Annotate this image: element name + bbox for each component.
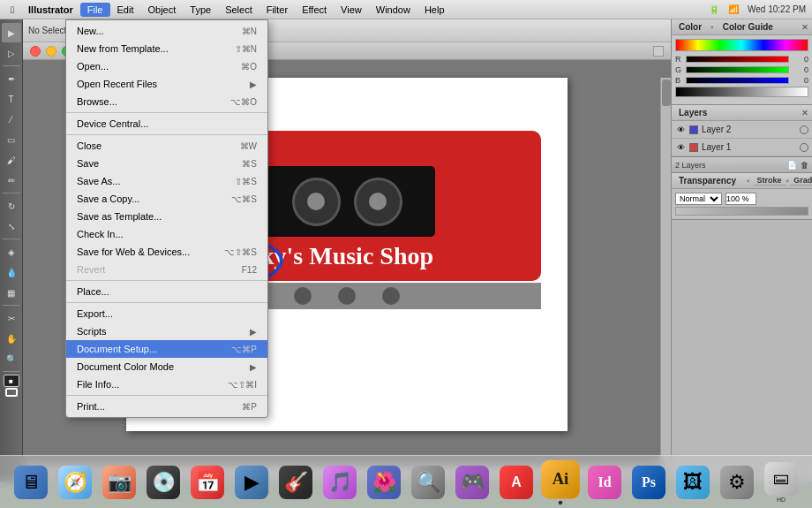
dock-indesign[interactable]: Id bbox=[584, 462, 625, 503]
dock-garageband[interactable]: 🎸 bbox=[275, 462, 316, 503]
menu-device-central[interactable]: Device Central... bbox=[66, 115, 267, 133]
dock-guitar[interactable]: 🎮 bbox=[452, 462, 492, 503]
transparency-panel-section: Transparency ▪ Stroke ▪ Gradient ✕ Norma… bbox=[672, 173, 812, 220]
tool-stroke[interactable] bbox=[5, 388, 18, 397]
menu-open-recent[interactable]: Open Recent Files ▶ bbox=[66, 75, 267, 93]
menu-save-template[interactable]: Save as Template... bbox=[66, 208, 267, 225]
apple-menu[interactable]:  bbox=[4, 3, 21, 17]
dock-illustrator[interactable]: Ai bbox=[538, 459, 584, 505]
tool-selection[interactable]: ▶ bbox=[2, 23, 21, 42]
stroke-tab[interactable]: Stroke bbox=[754, 176, 786, 186]
tool-direct-selection[interactable]: ▷ bbox=[2, 43, 21, 63]
tool-hand[interactable]: ✋ bbox=[2, 329, 21, 348]
dock-dvd[interactable]: 💿 bbox=[143, 462, 184, 503]
tool-line[interactable]: ∕ bbox=[2, 110, 21, 129]
tool-scissors[interactable]: ✂ bbox=[2, 308, 21, 328]
g-slider[interactable] bbox=[686, 66, 789, 73]
layer-2-target[interactable] bbox=[800, 125, 808, 134]
tool-eyedropper[interactable]: 💧 bbox=[2, 262, 21, 282]
blend-mode-select[interactable]: Normal Multiply Screen bbox=[675, 193, 722, 205]
layer-1-eye-icon[interactable]: 👁 bbox=[675, 142, 686, 153]
canvas-minimize-button[interactable] bbox=[46, 46, 56, 57]
layers-panel-close[interactable]: ✕ bbox=[801, 109, 808, 118]
canvas-scroll-arrow[interactable] bbox=[653, 46, 664, 57]
dock-finder[interactable]: 🖥 bbox=[11, 462, 51, 503]
menu-filter[interactable]: Filter bbox=[259, 3, 295, 17]
dock-spotlight[interactable]: 🔍 bbox=[408, 462, 448, 503]
canvas-close-button[interactable] bbox=[30, 46, 41, 57]
menu-document-color[interactable]: Document Color Mode ▶ bbox=[66, 358, 267, 375]
tool-fill[interactable]: ■ bbox=[4, 375, 19, 387]
color-slider-row-r: R 0 bbox=[675, 55, 808, 64]
tool-rotate[interactable]: ↻ bbox=[2, 196, 21, 216]
layers-tab[interactable]: Layers bbox=[675, 108, 710, 118]
tool-type[interactable]: T bbox=[2, 89, 21, 109]
menu-scripts[interactable]: Scripts ▶ bbox=[66, 322, 267, 340]
tool-paintbrush[interactable]: 🖌 bbox=[2, 150, 21, 170]
menu-object[interactable]: Object bbox=[140, 3, 183, 17]
menu-help[interactable]: Help bbox=[417, 3, 452, 17]
menu-file-info[interactable]: File Info... ⌥⇧⌘I bbox=[66, 375, 267, 393]
tool-gradient[interactable]: ▦ bbox=[2, 283, 21, 302]
tool-zoom[interactable]: 🔍 bbox=[2, 349, 21, 368]
menu-file[interactable]: File bbox=[80, 3, 110, 17]
dock-itunes[interactable]: 🎵 bbox=[320, 462, 360, 503]
menu-new[interactable]: New... ⌘N bbox=[66, 22, 267, 40]
tool-pen[interactable]: ✒ bbox=[2, 69, 21, 88]
menu-save[interactable]: Save ⌘S bbox=[66, 155, 267, 172]
menu-save-as[interactable]: Save As... ⇧⌘S bbox=[66, 172, 267, 190]
color-tab[interactable]: Color bbox=[675, 22, 705, 32]
layer-row-2[interactable]: 👁 Layer 2 bbox=[672, 121, 812, 139]
menu-view[interactable]: View bbox=[334, 3, 369, 17]
menu-export[interactable]: Export... bbox=[66, 305, 267, 322]
vertical-scrollbar[interactable] bbox=[660, 78, 671, 471]
color-spectrum[interactable] bbox=[675, 39, 808, 51]
layer-1-target[interactable] bbox=[800, 143, 808, 152]
menu-save-copy[interactable]: Save a Copy... ⌥⌘S bbox=[66, 190, 267, 208]
menu-window[interactable]: Window bbox=[369, 3, 417, 17]
dock-preview[interactable]: 🖼 bbox=[673, 462, 713, 503]
menu-close[interactable]: Close ⌘W bbox=[66, 137, 267, 155]
transparency-tab[interactable]: Transparency bbox=[675, 176, 740, 186]
tool-scale[interactable]: ⤡ bbox=[2, 216, 21, 236]
stroke-gradient-tabs: Stroke ▪ Gradient bbox=[754, 176, 812, 186]
dock-photoshop[interactable]: Ps bbox=[628, 462, 669, 503]
menu-illustrator[interactable]: Illustrator bbox=[21, 3, 80, 17]
menu-save-template-label: Save as Template... bbox=[77, 211, 162, 222]
b-slider[interactable] bbox=[686, 77, 789, 84]
dock-acrobat[interactable]: A bbox=[496, 462, 537, 503]
menu-type[interactable]: Type bbox=[183, 3, 218, 17]
menu-print[interactable]: Print... ⌘P bbox=[66, 398, 267, 415]
layer-2-eye-icon[interactable]: 👁 bbox=[675, 125, 686, 135]
tool-blend[interactable]: ◈ bbox=[2, 242, 21, 262]
menu-open[interactable]: Open... ⌘O bbox=[66, 57, 267, 75]
new-layer-icon[interactable]: 📄 bbox=[787, 161, 797, 170]
dock-iphoto[interactable]: 📷 bbox=[99, 462, 139, 503]
menu-browse[interactable]: Browse... ⌥⌘O bbox=[66, 93, 267, 110]
menu-document-setup[interactable]: Document Setup... ⌥⌘P bbox=[66, 340, 267, 358]
opacity-value-input[interactable] bbox=[726, 193, 756, 205]
dock-hd[interactable]: 🖴 HD bbox=[761, 462, 801, 503]
menu-effect[interactable]: Effect bbox=[295, 3, 334, 17]
dock-quicktime[interactable]: ▶ bbox=[231, 462, 272, 503]
menu-edit[interactable]: Edit bbox=[110, 3, 141, 17]
r-slider[interactable] bbox=[686, 56, 789, 63]
menu-scripts-label: Scripts bbox=[77, 326, 107, 337]
menu-place[interactable]: Place... bbox=[66, 283, 267, 300]
dock-iphoto2[interactable]: 🌺 bbox=[364, 462, 404, 503]
dock-ical[interactable]: 📅 bbox=[187, 462, 228, 503]
gradient-tab[interactable]: Gradient bbox=[790, 176, 812, 186]
delete-layer-icon[interactable]: 🗑 bbox=[801, 161, 808, 170]
menu-new-template[interactable]: New from Template... ⇧⌘N bbox=[66, 40, 267, 57]
tool-rect[interactable]: ▭ bbox=[2, 130, 21, 149]
color-guide-tab[interactable]: Color Guide bbox=[719, 22, 777, 32]
tool-pencil[interactable]: ✏ bbox=[2, 171, 21, 190]
menu-save-web[interactable]: Save for Web & Devices... ⌥⇧⌘S bbox=[66, 243, 267, 261]
menu-select[interactable]: Select bbox=[218, 3, 259, 17]
menu-check-in[interactable]: Check In... bbox=[66, 225, 267, 243]
vertical-scrollbar-thumb[interactable] bbox=[662, 80, 671, 106]
dock-system-prefs[interactable]: ⚙ bbox=[717, 462, 757, 503]
color-panel-close[interactable]: ✕ bbox=[801, 23, 808, 32]
layer-row-1[interactable]: 👁 Layer 1 bbox=[672, 139, 812, 156]
dock-safari[interactable]: 🧭 bbox=[55, 462, 95, 503]
